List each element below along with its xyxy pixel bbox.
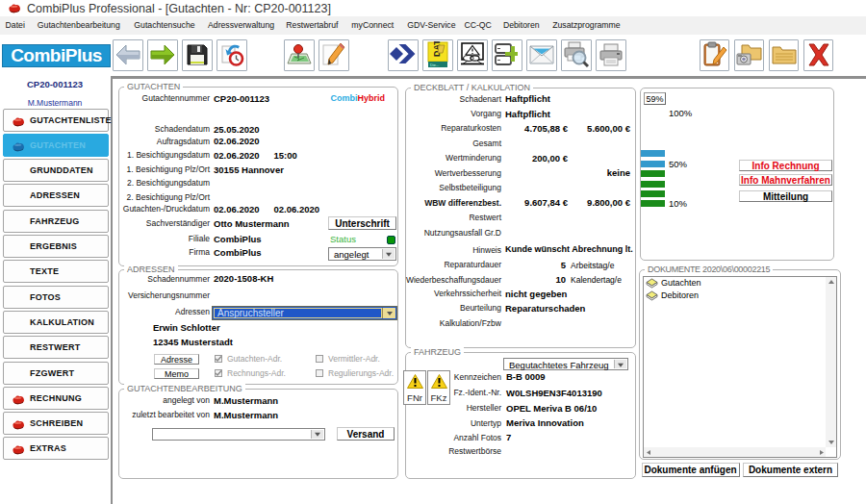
svg-text:Die...: Die... [430, 63, 439, 67]
